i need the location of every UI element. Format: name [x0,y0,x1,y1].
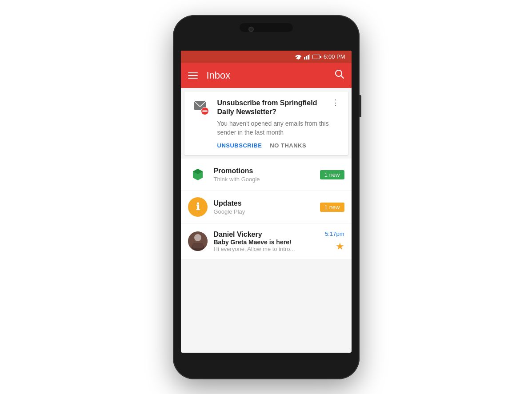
unsub-title: Unsubscribe from Springfield Daily Newsl… [217,99,327,117]
svg-line-9 [341,76,344,78]
promotions-subtitle: Think with Google [214,176,314,183]
app-bar: Inbox [181,63,352,88]
unsub-description: You haven't opened any emails from this … [217,119,341,137]
unsubscribe-content: Unsubscribe from Springfield Daily Newsl… [217,99,341,149]
daniel-preview: Hi everyone, Allow me to intro... [214,246,319,252]
phone-device: 6:00 PM Inbox [173,15,360,379]
promotions-title: Promotions [214,167,314,175]
updates-subtitle: Google Play [214,208,314,215]
svg-rect-6 [313,55,320,59]
unsubscribe-button[interactable]: UNSUBSCRIBE [217,142,262,149]
front-camera [248,27,254,32]
inbox-list: Promotions Think with Google 1 new ℹ Upd… [181,159,352,259]
daniel-time: 5:17pm [325,231,344,237]
search-icon [335,69,344,79]
unsubscribe-icon [192,99,211,118]
battery-icon [312,54,321,60]
phone-notch [240,23,293,32]
daniel-name: Daniel Vickery [214,231,319,239]
search-button[interactable] [335,69,344,82]
svg-rect-18 [192,243,203,248]
daniel-subject: Baby Greta Maeve is here! [214,239,319,246]
status-icons: 6:00 PM [295,53,345,60]
no-thanks-button[interactable]: NO THANKS [270,142,306,149]
unsub-actions: UNSUBSCRIBE NO THANKS [217,142,341,149]
svg-point-16 [194,234,201,241]
svg-rect-13 [202,110,208,111]
svg-rect-3 [308,55,309,60]
daniel-right: 5:17pm ★ [325,231,344,252]
status-time: 6:00 PM [324,53,345,60]
svg-rect-1 [304,57,305,60]
daniel-content: Daniel Vickery Baby Greta Maeve is here!… [214,231,319,252]
signal-icon [304,54,310,60]
power-button [359,95,361,117]
hamburger-menu-button[interactable] [188,72,198,79]
more-options-button[interactable]: ⋮ [331,99,341,107]
star-icon[interactable]: ★ [336,241,344,252]
daniel-avatar [188,231,208,251]
updates-title: Updates [214,199,314,207]
status-bar: 6:00 PM [181,51,352,63]
app-title: Inbox [207,70,326,81]
unsubscribe-card: Unsubscribe from Springfield Daily Newsl… [184,92,348,155]
svg-rect-14 [197,174,199,178]
unsub-header: Unsubscribe from Springfield Daily Newsl… [217,99,341,117]
updates-badge: 1 new [320,203,344,212]
updates-inbox-item[interactable]: ℹ Updates Google Play 1 new [181,191,352,223]
promotions-icon [188,165,208,184]
promotions-badge: 1 new [320,170,344,179]
updates-content: Updates Google Play [214,199,314,215]
updates-icon: ℹ [188,197,208,217]
wifi-icon [295,54,302,60]
svg-rect-2 [306,56,307,60]
daniel-vickery-item[interactable]: Daniel Vickery Baby Greta Maeve is here!… [181,223,352,259]
mail-unsubscribe-icon [193,99,209,115]
promotions-content: Promotions Think with Google [214,167,314,183]
promotions-inbox-item[interactable]: Promotions Think with Google 1 new [181,159,352,191]
svg-rect-7 [320,56,321,58]
phone-screen: 6:00 PM Inbox [181,51,352,353]
svg-rect-4 [309,54,310,60]
